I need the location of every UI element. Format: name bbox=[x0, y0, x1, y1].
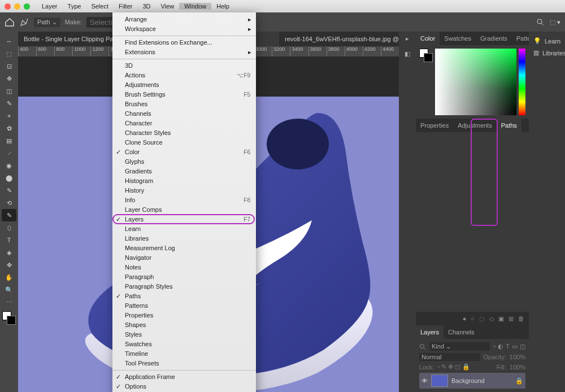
menu-item-navigator[interactable]: Navigator bbox=[112, 253, 256, 263]
menu-item-application-frame[interactable]: Application Frame✓ bbox=[112, 372, 256, 382]
menu-select[interactable]: Select bbox=[86, 3, 114, 10]
menu-item-notes[interactable]: Notes bbox=[112, 263, 256, 272]
menu-item-swatches[interactable]: Swatches bbox=[112, 339, 256, 349]
tool-17[interactable]: ◈ bbox=[2, 246, 16, 259]
menu-item-learn[interactable]: Learn bbox=[112, 224, 256, 234]
tool-7[interactable]: ✿ bbox=[2, 122, 16, 134]
menu-item-measurement-log[interactable]: Measurement Log bbox=[112, 243, 256, 253]
filter-adjust-icon[interactable]: ◐ bbox=[498, 343, 503, 350]
strip-icon[interactable]: ▸ bbox=[406, 35, 409, 42]
menu-item-actions[interactable]: Actions⌥F9 bbox=[112, 71, 256, 80]
panel-tab-gradients[interactable]: Gradients bbox=[476, 32, 512, 45]
filter-smart-icon[interactable]: ◫ bbox=[520, 343, 525, 350]
path-mode-select[interactable]: Path ⌄ bbox=[34, 18, 60, 27]
menu-type[interactable]: Type bbox=[63, 3, 86, 10]
opacity-value[interactable]: 100% bbox=[510, 354, 525, 360]
menu-item-extensions[interactable]: Extensions▸ bbox=[112, 47, 256, 57]
menu-item-tool-presets[interactable]: Tool Presets bbox=[112, 359, 256, 368]
menu-filter[interactable]: Filter bbox=[114, 3, 137, 10]
libraries-button[interactable]: ▥ Libraries bbox=[531, 47, 563, 59]
tool-16[interactable]: T bbox=[2, 234, 16, 246]
filter-kind-select[interactable]: Kind ⌄ bbox=[429, 342, 490, 351]
history-icon[interactable]: ◧ bbox=[405, 50, 410, 58]
lock-icons[interactable]: ▫ ✎ ✥ ◫ 🔒 bbox=[437, 363, 470, 371]
tool-0[interactable]: ↔ bbox=[2, 35, 16, 47]
tool-11[interactable]: ⬤ bbox=[2, 172, 16, 184]
menu-item-layers[interactable]: Layers✓F7 bbox=[112, 215, 256, 224]
filter-pixel-icon[interactable]: ▫ bbox=[493, 343, 496, 350]
blend-mode-select[interactable]: Normal bbox=[419, 353, 480, 361]
menu-item-character[interactable]: Character bbox=[112, 119, 256, 128]
menu-item-shapes[interactable]: Shapes bbox=[112, 320, 256, 330]
menu-item-info[interactable]: InfoF8 bbox=[112, 195, 256, 205]
fill-path-icon[interactable]: ● bbox=[463, 315, 467, 322]
stroke-path-icon[interactable]: ○ bbox=[471, 315, 475, 322]
tool-3[interactable]: ✥ bbox=[2, 72, 16, 85]
workspace-icon[interactable]: ⬚ ▾ bbox=[550, 19, 560, 26]
selection-icon[interactable]: ◌ bbox=[479, 315, 485, 323]
menu-item-brush-settings[interactable]: Brush SettingsF5 bbox=[112, 90, 256, 99]
menu-item-paragraph[interactable]: Paragraph bbox=[112, 272, 256, 282]
search-icon[interactable] bbox=[419, 343, 426, 350]
menu-item-find-extensions-on-exchange-[interactable]: Find Extensions on Exchange... bbox=[112, 38, 256, 47]
tool-8[interactable]: ▤ bbox=[2, 134, 16, 147]
search-icon[interactable] bbox=[536, 18, 544, 26]
menu-item-libraries[interactable]: Libraries bbox=[112, 234, 256, 243]
fg-bg-swatches[interactable] bbox=[2, 311, 16, 325]
menu-item-styles[interactable]: Styles bbox=[112, 330, 256, 339]
trash-icon[interactable]: 🗑 bbox=[518, 315, 524, 322]
panel-tab-swatches[interactable]: Swatches bbox=[440, 32, 476, 45]
visibility-icon[interactable]: 👁 bbox=[421, 377, 428, 384]
menu-item-patterns[interactable]: Patterns bbox=[112, 301, 256, 311]
panel-tab-color[interactable]: Color bbox=[416, 32, 440, 45]
layer-thumbnail[interactable] bbox=[431, 374, 448, 387]
tool-20[interactable]: 🔍 bbox=[2, 284, 16, 296]
menu-item-options[interactable]: Options✓ bbox=[112, 382, 256, 391]
document-tab[interactable]: revolt-164_6wVEHfI-unsplash-blue.jpg @ 4… bbox=[279, 32, 399, 46]
tool-5[interactable]: ✎ bbox=[2, 97, 16, 110]
add-icon[interactable]: ⊞ bbox=[508, 315, 514, 323]
tool-10[interactable]: ◉ bbox=[2, 159, 16, 172]
menu-item-color[interactable]: Color✓F6 bbox=[112, 147, 256, 157]
menu-item-gradients[interactable]: Gradients bbox=[112, 167, 256, 176]
mask-icon[interactable]: ◇ bbox=[489, 315, 494, 323]
color-field[interactable] bbox=[435, 49, 516, 115]
tool-9[interactable]: ⟋ bbox=[2, 147, 16, 159]
tool-13[interactable]: ⟲ bbox=[2, 197, 16, 209]
home-icon[interactable] bbox=[5, 18, 15, 27]
panel-tab-properties[interactable]: Properties bbox=[416, 119, 453, 132]
lock-icon[interactable]: 🔒 bbox=[515, 377, 523, 385]
menu-item-3d[interactable]: 3D bbox=[112, 61, 256, 71]
filter-shape-icon[interactable]: ▭ bbox=[512, 343, 518, 350]
panel-tab-layers[interactable]: Layers bbox=[416, 325, 444, 339]
menu-item-histogram[interactable]: Histogram bbox=[112, 176, 256, 186]
fill-value[interactable]: 100% bbox=[510, 364, 525, 371]
tool-12[interactable]: ✎ bbox=[2, 184, 16, 197]
hue-slider[interactable] bbox=[519, 49, 525, 115]
menu-item-arrange[interactable]: Arrange▸ bbox=[112, 15, 256, 24]
tool-21[interactable]: ⋯ bbox=[2, 296, 16, 308]
tool-15[interactable]: ⬯ bbox=[2, 221, 16, 234]
menu-item-workspace[interactable]: Workspace▸ bbox=[112, 24, 256, 34]
menu-item-layer-comps[interactable]: Layer Comps bbox=[112, 205, 256, 215]
menu-item-history[interactable]: History bbox=[112, 186, 256, 195]
menu-item-brushes[interactable]: Brushes bbox=[112, 99, 256, 109]
panel-tab-paths[interactable]: Paths bbox=[497, 119, 521, 132]
layer-row-background[interactable]: 👁 Background 🔒 bbox=[419, 373, 525, 389]
zoom-window[interactable] bbox=[24, 3, 30, 10]
fg-bg-color[interactable] bbox=[419, 49, 433, 62]
menu-item-paths[interactable]: Paths✓ bbox=[112, 291, 256, 301]
menu-help[interactable]: Help bbox=[211, 3, 234, 10]
tool-2[interactable]: ⊡ bbox=[2, 60, 16, 72]
new-path-icon[interactable]: ▣ bbox=[498, 315, 504, 323]
paths-panel-body[interactable] bbox=[416, 132, 529, 312]
filter-type-icon[interactable]: T bbox=[506, 343, 510, 350]
menu-item-character-styles[interactable]: Character Styles bbox=[112, 128, 256, 138]
menu-item-glyphs[interactable]: Glyphs bbox=[112, 157, 256, 167]
menu-3d[interactable]: 3D bbox=[137, 3, 155, 10]
tool-4[interactable]: ◫ bbox=[2, 85, 16, 97]
menu-window[interactable]: Window bbox=[179, 3, 211, 10]
panel-tab-channels[interactable]: Channels bbox=[444, 325, 479, 339]
menu-view[interactable]: View bbox=[155, 3, 179, 10]
tool-14[interactable]: ✎ bbox=[2, 209, 16, 221]
